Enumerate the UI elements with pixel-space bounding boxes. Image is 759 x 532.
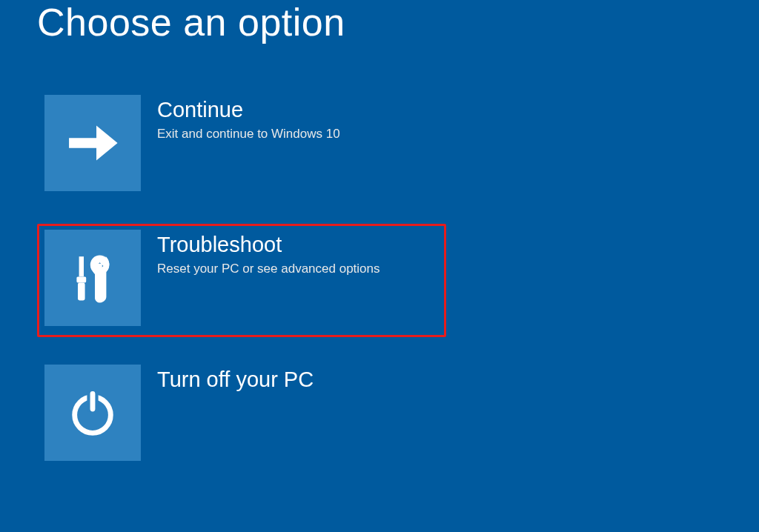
option-title: Turn off your PC <box>157 368 314 392</box>
page-title: Choose an option <box>37 0 722 44</box>
option-turn-off[interactable]: Turn off your PC <box>44 365 715 461</box>
option-title: Troubleshoot <box>157 233 380 257</box>
option-desc: Reset your PC or see advanced options <box>157 262 380 276</box>
option-continue[interactable]: Continue Exit and continue to Windows 10 <box>44 95 715 191</box>
option-troubleshoot[interactable]: Troubleshoot Reset your PC or see advanc… <box>44 230 715 326</box>
options-list: Continue Exit and continue to Windows 10 <box>37 89 722 467</box>
option-title: Continue <box>157 98 340 122</box>
continue-icon-tile <box>44 95 141 191</box>
arrow-right-icon <box>62 112 124 174</box>
power-icon-tile <box>44 365 141 461</box>
troubleshoot-icon-tile <box>44 230 141 326</box>
power-icon <box>64 385 121 441</box>
svg-rect-0 <box>79 256 84 276</box>
tools-icon <box>63 248 122 307</box>
option-desc: Exit and continue to Windows 10 <box>157 127 340 142</box>
svg-rect-2 <box>78 282 85 300</box>
svg-rect-1 <box>76 276 86 282</box>
svg-rect-5 <box>90 391 96 411</box>
